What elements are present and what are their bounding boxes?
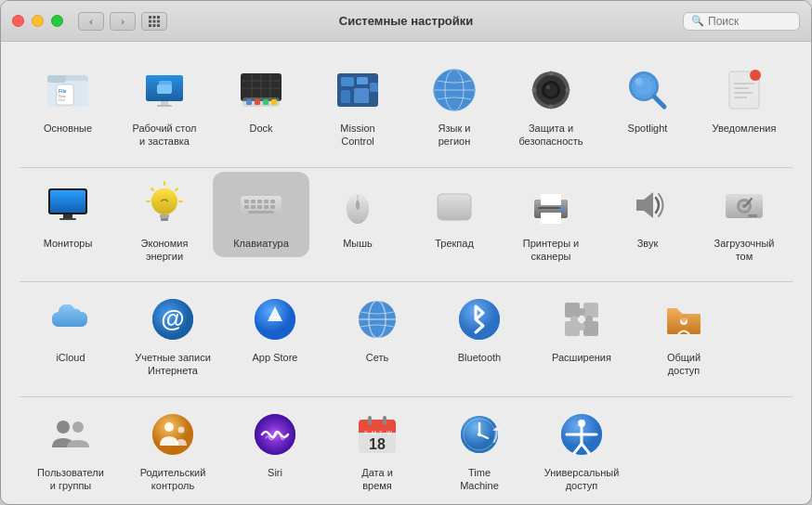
svg-rect-36: [357, 77, 368, 84]
dock-icon: [235, 64, 287, 116]
svg-rect-70: [59, 218, 76, 220]
security-label: Защита ибезопасность: [518, 122, 583, 149]
maximize-button[interactable]: [51, 15, 63, 27]
svg-rect-37: [341, 90, 350, 103]
pref-lang[interactable]: Язык ирегион: [406, 57, 503, 156]
svg-rect-3: [149, 19, 151, 22]
pref-bluetooth[interactable]: Bluetooth: [428, 286, 530, 371]
search-icon: 🔍: [691, 15, 704, 27]
notifications-label: Уведомления: [713, 122, 777, 135]
pref-spotlight[interactable]: Spotlight: [599, 57, 696, 142]
svg-line-57: [654, 97, 664, 107]
svg-rect-85: [264, 200, 268, 203]
svg-rect-27: [263, 99, 268, 105]
svg-rect-2: [157, 16, 160, 19]
svg-rect-26: [255, 99, 260, 105]
mission-icon: [332, 64, 384, 116]
svg-rect-129: [578, 308, 585, 316]
pref-mission[interactable]: MissionControl: [309, 57, 406, 156]
spotlight-icon: [622, 64, 674, 116]
spotlight-label: Spotlight: [628, 122, 668, 135]
svg-point-104: [560, 206, 565, 211]
pref-mouse[interactable]: Мышь: [309, 172, 406, 257]
pref-energy[interactable]: Экономияэнергии: [116, 172, 213, 271]
back-button[interactable]: ‹: [78, 12, 104, 31]
pref-osnov[interactable]: File New Ord Основные: [20, 57, 116, 142]
svg-point-50: [549, 71, 554, 76]
keyboard-label: Клавиатура: [233, 237, 289, 250]
section4-row: Пользователии группы: [20, 401, 792, 500]
section-hardware: Мониторы: [20, 172, 792, 283]
svg-rect-39: [370, 83, 378, 92]
osnov-icon: File New Ord: [42, 64, 94, 116]
svg-rect-62: [734, 83, 754, 84]
close-button[interactable]: [12, 15, 24, 27]
svg-rect-92: [248, 211, 274, 214]
svg-text:Ord: Ord: [59, 97, 65, 102]
extensions-icon: [556, 293, 608, 345]
pref-accounts[interactable]: @ Учетные записиИнтернета: [122, 286, 224, 385]
pref-extensions[interactable]: Расширения: [530, 286, 633, 371]
pref-monitors[interactable]: Мониторы: [20, 172, 116, 257]
accounts-label: Учетные записиИнтернета: [135, 351, 211, 378]
svg-rect-69: [63, 214, 72, 218]
network-icon: [351, 293, 403, 345]
svg-rect-11: [47, 75, 66, 83]
search-input[interactable]: [708, 15, 792, 28]
svg-point-52: [532, 88, 537, 93]
appstore-icon: [249, 293, 301, 345]
monitors-icon: [42, 179, 94, 231]
svg-rect-35: [341, 77, 354, 86]
svg-rect-73: [160, 214, 169, 218]
pref-printers[interactable]: Принтеры исканеры: [503, 172, 599, 271]
pref-dock[interactable]: Dock: [213, 57, 309, 142]
universal-label: Универсальныйдоступ: [544, 466, 620, 493]
pref-security[interactable]: Защита ибезопасность: [503, 57, 599, 156]
svg-rect-0: [149, 16, 151, 19]
svg-text:@: @: [161, 304, 184, 332]
window-title: Системные настройки: [339, 14, 474, 28]
search-box[interactable]: 🔍: [683, 12, 800, 31]
svg-rect-82: [244, 200, 249, 203]
pref-datetime[interactable]: 18 S M T W Дата ивремя: [326, 401, 428, 500]
svg-line-77: [151, 188, 153, 190]
section-system: Пользователии группы: [20, 401, 792, 504]
svg-rect-65: [734, 97, 747, 98]
svg-point-140: [178, 426, 185, 433]
pref-parental[interactable]: Родительскийконтроль: [122, 401, 224, 500]
svg-rect-28: [271, 99, 277, 105]
pref-desktop[interactable]: Рабочий столи заставка: [116, 57, 213, 156]
pref-trackpad[interactable]: Трекпад: [406, 172, 503, 257]
svg-point-53: [566, 88, 570, 93]
forward-button[interactable]: ›: [110, 12, 136, 31]
svg-rect-87: [244, 205, 249, 209]
mouse-icon: [332, 179, 384, 231]
pref-startup[interactable]: Загрузочныйтом: [696, 172, 792, 271]
sound-label: Звук: [637, 237, 659, 250]
datetime-label: Дата ивремя: [361, 466, 393, 493]
monitors-label: Мониторы: [44, 237, 93, 250]
pref-timemachine[interactable]: TimeMachine: [428, 401, 530, 500]
pref-siri[interactable]: Siri: [224, 401, 326, 486]
lang-icon: [428, 64, 480, 116]
svg-rect-102: [541, 194, 561, 205]
printers-icon: [525, 179, 577, 231]
pref-sharing[interactable]: Общийдоступ: [633, 286, 735, 385]
pref-keyboard[interactable]: Клавиатура: [213, 172, 309, 257]
svg-rect-147: [383, 416, 386, 425]
pref-network[interactable]: Сеть: [326, 286, 428, 371]
pref-notifications[interactable]: Уведомления: [696, 57, 792, 142]
grid-view-button[interactable]: [141, 12, 167, 31]
svg-rect-8: [157, 24, 160, 27]
pref-icloud[interactable]: iCloud: [20, 286, 122, 371]
pref-universal[interactable]: Универсальныйдоступ: [530, 401, 633, 500]
pref-sound[interactable]: Звук: [599, 172, 696, 257]
energy-icon: [138, 179, 190, 231]
svg-rect-90: [264, 205, 268, 209]
minimize-button[interactable]: [32, 15, 44, 27]
svg-rect-84: [257, 200, 262, 203]
pref-appstore[interactable]: App Store: [224, 286, 326, 371]
pref-users[interactable]: Пользователии группы: [20, 401, 122, 500]
section3-row: iCloud: [20, 286, 792, 385]
system-preferences-window: ‹ › Системные настройки 🔍: [0, 0, 812, 505]
